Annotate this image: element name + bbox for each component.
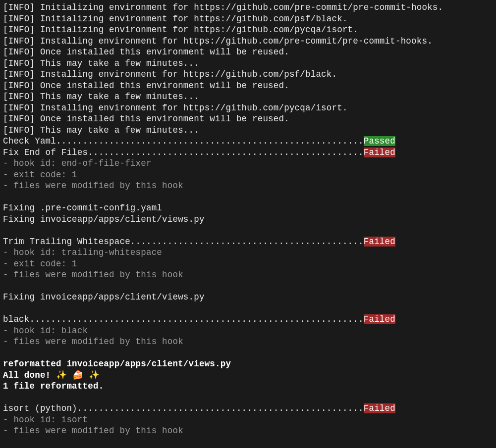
hook-status-line: Check Yaml..............................… [3,136,493,147]
status-failed-badge: Failed [364,314,395,324]
log-line: Fixing invoiceapp/apps/client/views.py [3,214,493,225]
blank-line [3,281,493,292]
log-line: [INFO] This may take a few minutes... [3,125,493,136]
log-line: [INFO] This may take a few minutes... [3,58,493,69]
hook-name: Trim Trailing Whitespace [3,237,130,247]
hook-detail-line: - files were modified by this hook [3,425,493,437]
log-line: [INFO] This may take a few minutes... [3,91,493,102]
log-line: [INFO] Installing environment for https:… [3,102,493,114]
status-failed-badge: Failed [364,403,395,413]
hook-detail-line: - hook id: trailing-whitespace [3,247,493,258]
hook-status-line: isort (python)..........................… [3,403,493,414]
status-failed-badge: Failed [364,237,395,247]
bold-output-line: All done! ✨ 🍰 ✨ [3,370,493,381]
bold-output-line: reformatted invoiceapp/apps/client/views… [3,358,493,370]
hook-detail-line: - exit code: 1 [3,169,493,181]
blank-line [3,348,493,359]
status-dots: ........................................… [56,136,364,146]
hook-name: Check Yaml [3,136,56,146]
terminal-output[interactable]: [INFO] Initializing environment for http… [0,0,496,448]
hook-name: isort (python) [3,403,77,413]
hook-detail-line: - hook id: end-of-file-fixer [3,158,493,169]
blank-line [3,225,493,236]
hook-status-line: Trim Trailing Whitespace................… [3,236,493,248]
status-dots: ........................................… [30,314,364,324]
log-line: [INFO] Installing environment for https:… [3,36,493,47]
status-failed-badge: Failed [364,148,395,157]
log-line: [INFO] Once installed this environment w… [3,47,493,58]
log-line: [INFO] Initializing environment for http… [3,24,493,36]
blank-line [3,437,493,448]
hook-detail-line: - hook id: isort [3,414,493,426]
status-dots: ........................................… [77,403,364,413]
bold-output-line: 1 file reformatted. [3,381,493,392]
blank-line [3,303,493,314]
log-line: [INFO] Installing environment for https:… [3,69,493,80]
hook-name: black [3,314,30,324]
log-line: Fixing invoiceapp/apps/client/views.py [3,292,493,303]
hook-detail-line: - exit code: 1 [3,258,493,270]
status-passed-badge: Passed [364,136,395,146]
hook-status-line: black...................................… [3,314,493,325]
hook-detail-line: - files were modified by this hook [3,180,493,192]
hook-detail-line: - files were modified by this hook [3,269,493,281]
log-line: [INFO] Once installed this environment w… [3,80,493,92]
hook-detail-line: - hook id: black [3,325,493,337]
status-dots: ........................................… [130,237,364,247]
log-line: [INFO] Initializing environment for http… [3,2,493,13]
log-line: Fixing .pre-commit-config.yaml [3,202,493,214]
log-line: [INFO] Once installed this environment w… [3,113,493,125]
blank-line [3,192,493,203]
blank-line [3,392,493,403]
hook-status-line: Fix End of Files........................… [3,147,493,158]
hook-name: Fix End of Files [3,148,88,157]
status-dots: ........................................… [88,148,364,157]
log-line: [INFO] Initializing environment for http… [3,13,493,25]
hook-detail-line: - files were modified by this hook [3,336,493,348]
